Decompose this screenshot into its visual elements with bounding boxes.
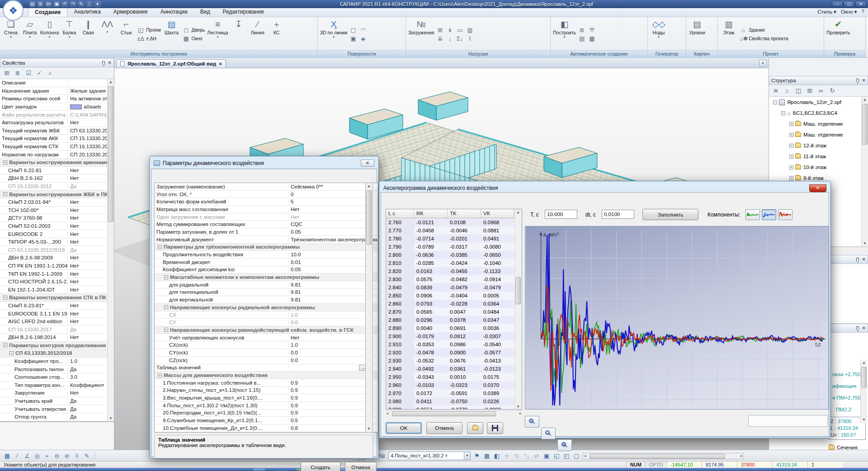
view-tab-close-icon[interactable]: ×: [219, 61, 222, 66]
ok-button[interactable]: OK: [386, 422, 422, 434]
zoom-in-button[interactable]: +: [525, 416, 539, 428]
path-snap-icon[interactable]: ⌁: [42, 452, 52, 460]
tree-vscrollbar[interactable]: ▲▼: [861, 97, 868, 247]
redo-icon[interactable]: ↷: [70, 1, 76, 7]
table-row[interactable]: 2.8300.0575-0.0482-0.0914: [386, 275, 522, 283]
property-row[interactable]: EN 192-1-1-204.IDTНет: [0, 286, 114, 294]
ribbon-button-build-copy-icon[interactable]: ▤: [578, 35, 585, 42]
property-row[interactable]: ДБН В.2.6-198:2014Нет: [0, 334, 114, 342]
dropdown-arrow-icon[interactable]: ▾: [29, 35, 31, 38]
property-row[interactable]: Учёт направляющих косинусовНет: [155, 334, 378, 342]
win4-icon[interactable]: ▢: [572, 452, 581, 460]
ribbon-button-Стык[interactable]: ⌐Стык: [117, 18, 136, 50]
property-row[interactable]: Нормативный документТрёхкомпонентная акс…: [155, 236, 378, 244]
ribbon-button-level-mark-icon[interactable]: ↧: [229, 18, 248, 50]
tree-item[interactable]: +10-й этаж: [769, 162, 868, 173]
ribbon-tab-Аналитика[interactable]: Аналитика: [67, 8, 107, 17]
load-number-icon[interactable]: №: [377, 452, 387, 460]
property-row[interactable]: 2.Наружн_стены_пост_к=1.13(пост 1.15)0.9: [155, 387, 378, 395]
expand-toggle[interactable]: +: [789, 122, 793, 126]
property-row[interactable]: 4.Полы_пост_к=1.3(0.2 т/м2)(пост 1.30)0.…: [155, 402, 378, 410]
ribbon-button-Плита[interactable]: ▱Плита▾: [20, 18, 39, 50]
property-row[interactable]: СТО НОСТРОЙ 2.6.15-2...Нет: [0, 278, 114, 286]
table-row[interactable]: 2.760-0.01210.01080.0968: [386, 218, 522, 226]
property-row[interactable]: −Варианты конструирования ЖБК в ПК ЛИРА-…: [0, 190, 114, 198]
component-vertical-toggle[interactable]: [778, 209, 793, 220]
property-row[interactable]: Временной дискрет0.01: [155, 259, 378, 266]
properties-vscrollbar[interactable]: ▲▼: [107, 79, 114, 422]
ribbon-button-Линия[interactable]: ∕Линия: [248, 18, 267, 50]
ribbon-button-Окно[interactable]: ▦Окно: [183, 35, 205, 42]
zoom-fit-button[interactable]: ⊕: [557, 439, 572, 451]
table-row[interactable]: 2.950-0.03430.00100.0175: [386, 373, 522, 381]
app-logo-button[interactable]: ❖: [3, 0, 24, 21]
ribbon-button-3D по линии[interactable]: Ӽ3D по линии▾: [319, 18, 348, 50]
search-icon[interactable]: ⌕: [46, 69, 54, 77]
table-row[interactable]: 2.8600.0793-0.02280.0364: [386, 300, 522, 308]
active-load-combo[interactable]: 4.Полы_пост_к=1.3(0.2 т▼: [388, 452, 471, 460]
ribbon-button-Этаж[interactable]: ▥Этаж: [719, 18, 738, 50]
property-row[interactable]: для тангенциальной9.81: [155, 289, 378, 297]
binoculars-icon[interactable]: ∞: [817, 87, 825, 95]
table-row[interactable]: 2.960-0.0103-0.03230.0370: [386, 381, 522, 389]
property-row[interactable]: СП 63.13330.2012/2018Да: [0, 246, 114, 254]
num-indicator[interactable]: NUM: [626, 462, 645, 468]
create-button[interactable]: Создать: [301, 462, 340, 471]
dropdown-arrow-icon[interactable]: ▾: [49, 35, 51, 38]
tree-item[interactable]: −Ярославль_12эт_2.spf: [769, 97, 868, 108]
dropdown-arrow-icon[interactable]: ▾: [68, 35, 70, 38]
property-row[interactable]: 3.Вес_покрытия_крыша_пост_к=1.16(0....0.…: [155, 394, 378, 402]
property-row[interactable]: Таблица значений...: [155, 364, 378, 372]
table-row[interactable]: 2.9800.0411-0.07500.0226: [386, 397, 522, 405]
ribbon-button-Балка[interactable]: ⊤Балка▾: [60, 18, 79, 50]
checked-list-icon[interactable]: ☑: [24, 69, 33, 77]
property-row[interactable]: Режимы отрисовки осейНа активном этаже: [0, 95, 114, 103]
property-row[interactable]: Одно загружение с массамиНет: [155, 213, 378, 221]
close-button[interactable]: ✕: [855, 1, 866, 7]
pin-icon[interactable]: [102, 61, 105, 65]
collapse-toggle[interactable]: −: [3, 343, 7, 347]
ribbon-tab-Редактирование[interactable]: Редактирование: [216, 8, 270, 17]
open-icon[interactable]: 🗁: [45, 1, 52, 7]
property-row[interactable]: СНиП II-23-81*Нет: [0, 302, 114, 310]
tree-item[interactable]: +Маш. отделение: [769, 118, 868, 129]
dialog-grid-vscrollbar[interactable]: ▲▼: [365, 183, 373, 433]
ribbon-button-Лестница[interactable]: ≡Лестница▾: [206, 18, 229, 50]
ribbon-button-Ноды[interactable]: ◇◇Ноды▾: [649, 18, 668, 50]
move-icon[interactable]: ✛: [502, 452, 511, 460]
dropdown-arrow-icon[interactable]: ▾: [333, 35, 335, 38]
ribbon-button-Колонна[interactable]: ▯Колонна▾: [39, 18, 60, 50]
brush-icon[interactable]: ✎: [78, 1, 85, 7]
win2-icon[interactable]: ◱: [552, 452, 561, 460]
close-icon[interactable]: ✕: [862, 257, 866, 262]
floors-icon[interactable]: ◫: [794, 87, 802, 95]
ribbon-button-Свойства проекта[interactable]: ⌂✱Свойства проекта: [740, 35, 788, 42]
property-row[interactable]: Угол отн. ОХ, °0: [155, 191, 378, 198]
chart-hscrollbar[interactable]: ◂ ▸: [583, 453, 744, 459]
ribbon-button-Здание[interactable]: ⌂Здание: [740, 27, 788, 33]
property-row[interactable]: СП 16.13330.2017Да: [0, 325, 114, 334]
ribbon-button-surface-loft-icon[interactable]: ◈: [359, 35, 367, 42]
table-row[interactable]: 2.940-0.04920.0361-0.0123: [386, 365, 522, 373]
style-menu[interactable]: Стиль ▾: [817, 9, 836, 15]
table-row[interactable]: 2.9700.0172-0.05910.0389: [386, 389, 522, 397]
property-row[interactable]: CY(ock)0.0: [155, 349, 378, 357]
collapse-toggle[interactable]: −: [9, 351, 14, 355]
panel-vscrollbar[interactable]: ▲▼: [860, 360, 867, 423]
win3-icon[interactable]: ◰: [562, 452, 571, 460]
property-row[interactable]: ТКП EN 1992-1-1-2009Нет: [0, 270, 114, 278]
table-column-header[interactable]: RK: [414, 209, 448, 218]
add-grid-icon[interactable]: ⊞: [806, 87, 814, 95]
collapse-toggle[interactable]: −: [164, 328, 168, 332]
property-row[interactable]: Коэффициент диссипации ksi0.05: [155, 266, 378, 274]
property-row[interactable]: Коэффициент про...1.0: [0, 358, 114, 366]
property-row[interactable]: Текущий норматив ЖБКСП 63.13330.2012/201…: [0, 127, 114, 135]
property-row[interactable]: −Варианты конструирования СТК в ПК ЛИРА-…: [0, 294, 114, 302]
expand-toggle[interactable]: +: [789, 155, 793, 159]
win1-icon[interactable]: ▣: [542, 452, 551, 460]
property-row[interactable]: 1.Постоянная нагрузка: собственный в...0…: [155, 379, 378, 387]
property-row[interactable]: ДСТУ 3760-98Нет: [0, 214, 114, 222]
property-row[interactable]: Назначение зданияЖилые здания: [0, 87, 114, 95]
ribbon-button-build-piles-icon[interactable]: ≣: [578, 27, 585, 33]
property-row[interactable]: Текущий норматив АККСП 15.13330.2012: [0, 135, 114, 143]
